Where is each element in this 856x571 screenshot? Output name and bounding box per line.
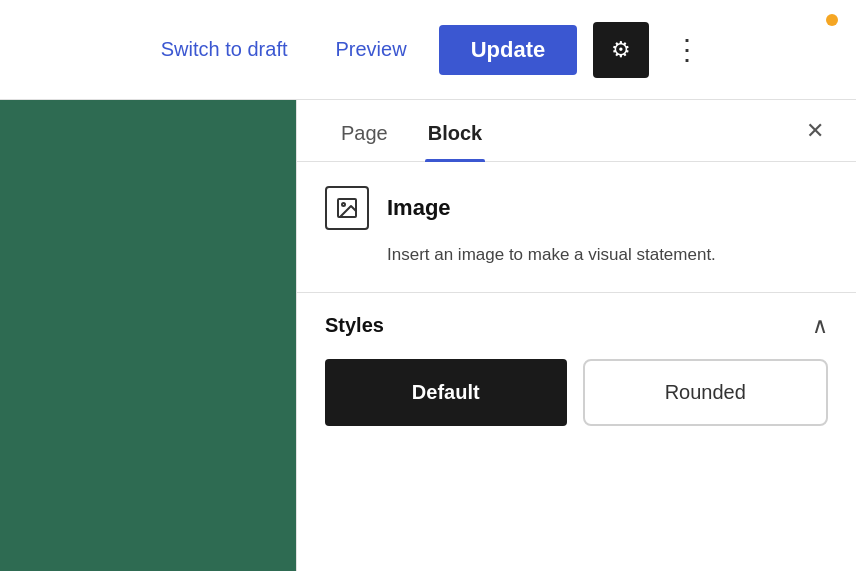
tab-block[interactable]: Block xyxy=(408,100,502,161)
close-sidebar-button[interactable]: ✕ xyxy=(798,114,832,148)
image-block-icon xyxy=(325,186,369,230)
switch-to-draft-button[interactable]: Switch to draft xyxy=(145,30,304,69)
styles-title: Styles xyxy=(325,314,384,337)
rounded-style-button[interactable]: Rounded xyxy=(583,359,829,426)
block-info-top: Image xyxy=(325,186,828,230)
styles-section: Styles ∧ Default Rounded xyxy=(297,293,856,572)
styles-header: Styles ∧ xyxy=(325,313,828,339)
preview-button[interactable]: Preview xyxy=(320,30,423,69)
right-sidebar: Page Block ✕ Image Insert an image to ma… xyxy=(296,100,856,571)
styles-collapse-button[interactable]: ∧ xyxy=(812,313,828,339)
tabs-header: Page Block ✕ xyxy=(297,100,856,162)
block-description: Insert an image to make a visual stateme… xyxy=(387,242,828,268)
settings-button[interactable]: ⚙ xyxy=(593,22,649,78)
editor-canvas xyxy=(0,100,296,571)
style-buttons: Default Rounded xyxy=(325,359,828,426)
more-options-button[interactable]: ⋮ xyxy=(665,29,711,70)
ellipsis-icon: ⋮ xyxy=(673,34,703,65)
update-button[interactable]: Update xyxy=(439,25,578,75)
block-info-section: Image Insert an image to make a visual s… xyxy=(297,162,856,293)
main-layout: Page Block ✕ Image Insert an image to ma… xyxy=(0,100,856,571)
image-icon xyxy=(335,196,359,220)
tab-page[interactable]: Page xyxy=(321,100,408,161)
gear-icon: ⚙ xyxy=(611,37,631,63)
block-title: Image xyxy=(387,195,451,221)
status-dot xyxy=(826,14,838,26)
svg-point-1 xyxy=(342,203,345,206)
default-style-button[interactable]: Default xyxy=(325,359,567,426)
topbar: Switch to draft Preview Update ⚙ ⋮ xyxy=(0,0,856,100)
